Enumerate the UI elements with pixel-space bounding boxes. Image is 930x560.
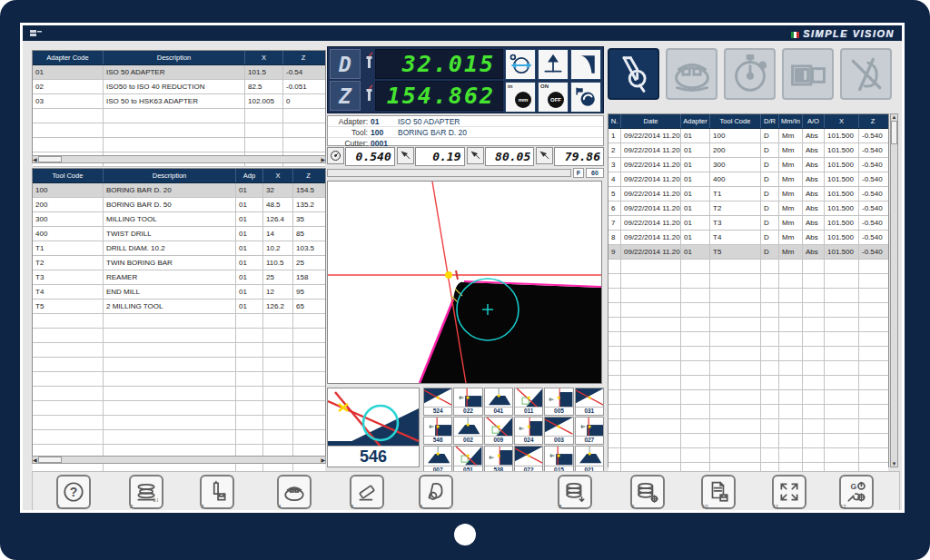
- measure-thumbnail[interactable]: 007: [423, 446, 452, 474]
- tool-row[interactable]: [33, 387, 325, 401]
- history-row[interactable]: [608, 361, 888, 376]
- reference-icon[interactable]: [538, 49, 569, 80]
- axis-label-z[interactable]: Z: [330, 81, 361, 111]
- rotate-icon[interactable]: [570, 82, 601, 113]
- measure-thumbnail[interactable]: 011: [514, 388, 543, 416]
- history-table-vscrollbar[interactable]: ▲▼: [890, 113, 898, 467]
- settings-button[interactable]: G12: [839, 475, 874, 509]
- measure-thumbnail[interactable]: 015: [544, 446, 573, 474]
- adapter-table-hscrollbar[interactable]: ◀▶: [32, 155, 326, 163]
- history-row[interactable]: 509/22/2014 11.2001T1DMmAbs101.500-0.540: [608, 187, 888, 201]
- tool-row[interactable]: 300MILLING TOOL01126.435: [33, 212, 325, 227]
- machine-button[interactable]: 4: [277, 475, 312, 509]
- scrollbar-thumb[interactable]: [38, 457, 62, 463]
- measure-thumbnail[interactable]: 041: [484, 388, 513, 416]
- measure-thumbnail[interactable]: 024: [514, 417, 543, 445]
- scrollbar-thumb[interactable]: [38, 156, 62, 162]
- adapter-row[interactable]: 01ISO 50 ADAPTER101.5-0.54: [33, 65, 325, 80]
- corner-arrow-icon-button[interactable]: [467, 147, 484, 164]
- measure-thumbnail[interactable]: 538: [484, 446, 513, 474]
- tool-row[interactable]: T4END MILL011295: [33, 285, 325, 300]
- measure-thumbnail[interactable]: 002: [453, 417, 482, 445]
- history-row[interactable]: [608, 419, 888, 434]
- tool-row[interactable]: [33, 314, 325, 329]
- db-gear-button[interactable]: 9: [630, 475, 665, 509]
- tool-row[interactable]: 200BORING BAR D. 500148.5135.2: [33, 198, 325, 212]
- indicator-mode-button[interactable]: [724, 48, 776, 100]
- feed-value[interactable]: 60: [586, 168, 604, 178]
- history-row[interactable]: [608, 347, 888, 361]
- adapter-row[interactable]: [33, 138, 325, 152]
- history-row[interactable]: 809/22/2014 11.2001T4DMmAbs101.500-0.540: [608, 231, 888, 245]
- measure-thumbnail[interactable]: 021: [575, 446, 604, 474]
- adapter-row[interactable]: [33, 109, 325, 123]
- history-row[interactable]: [608, 332, 888, 347]
- measure-thumbnail[interactable]: 524: [423, 388, 452, 416]
- history-row[interactable]: [608, 390, 888, 405]
- scroll-up-icon[interactable]: ▲: [892, 114, 897, 120]
- scroll-right-icon[interactable]: ▶: [321, 457, 325, 463]
- history-row[interactable]: [608, 303, 888, 318]
- tool-row[interactable]: T1DRILL DIAM. 10.20110.2103.5: [33, 241, 325, 256]
- expand-button[interactable]: 11: [772, 475, 806, 509]
- history-row[interactable]: [608, 260, 888, 274]
- gauge-icon-button[interactable]: [327, 147, 344, 164]
- diameter-icon[interactable]: [505, 49, 536, 80]
- history-row[interactable]: 309/22/2014 11.2001300DMmAbs101.500-0.54…: [608, 158, 888, 172]
- scales-button[interactable]: 0.02: [129, 475, 163, 509]
- corner-arrow-icon-button[interactable]: [397, 147, 414, 164]
- adapter-row[interactable]: [33, 123, 325, 138]
- history-row[interactable]: 709/22/2014 11.2001T3DMmAbs101.500-0.540: [608, 216, 888, 231]
- history-row[interactable]: 409/22/2014 11.2001400DMmAbs101.500-0.54…: [608, 172, 888, 187]
- tool-row[interactable]: 100BORING BAR D. 200132154.5: [33, 183, 325, 198]
- tool-row[interactable]: [33, 343, 325, 358]
- caliper-mode-button[interactable]: [608, 48, 659, 100]
- history-row[interactable]: 909/22/2014 11.2001T5DMmAbs101.500-0.540: [608, 245, 888, 260]
- history-row[interactable]: 609/22/2014 11.2001T2DMmAbs101.500-0.540: [608, 201, 888, 216]
- help-button[interactable]: ?1: [56, 475, 91, 509]
- tool-row[interactable]: T52 MILLING TOOL01126.265: [33, 300, 325, 314]
- doc-save-button[interactable]: 10: [701, 475, 736, 509]
- scrollbar-thumb[interactable]: [891, 121, 897, 144]
- measure-thumbnail[interactable]: 003: [544, 417, 573, 445]
- tool-row[interactable]: T2TWIN BORING BAR01110.525: [33, 256, 325, 270]
- history-row[interactable]: 209/22/2014 11.2001200DMmAbs101.500-0.54…: [608, 143, 888, 158]
- no-tool-mode-button[interactable]: [840, 48, 892, 100]
- feed-slider[interactable]: [327, 169, 571, 177]
- tool-row[interactable]: T3REAMER0125158: [33, 270, 325, 285]
- selected-measure-preview[interactable]: 546: [327, 388, 420, 467]
- history-row[interactable]: [608, 448, 888, 463]
- erase-button[interactable]: 5: [350, 475, 384, 509]
- history-row[interactable]: [608, 405, 888, 419]
- cnc-mode-button[interactable]: [782, 48, 834, 100]
- tool-table-hscrollbar[interactable]: ◀▶: [32, 456, 326, 464]
- history-row[interactable]: [608, 434, 888, 448]
- tool-row[interactable]: [33, 372, 325, 387]
- corner-arrow-icon-button[interactable]: [536, 147, 553, 164]
- on-off-toggle[interactable]: ONOFF: [538, 82, 569, 113]
- db-save-button[interactable]: 8: [558, 475, 592, 509]
- history-row[interactable]: [608, 376, 888, 390]
- tool-row[interactable]: 400TWIST DRILL011485: [33, 227, 325, 241]
- history-row[interactable]: 109/22/2014 11.2001100DMmAbs101.500-0.54…: [608, 129, 888, 143]
- measure-thumbnail[interactable]: 027: [575, 417, 604, 445]
- tool-row[interactable]: [33, 401, 325, 416]
- tool-save-button[interactable]: 3: [200, 475, 234, 509]
- power-button[interactable]: [454, 524, 476, 545]
- profile-icon[interactable]: [570, 49, 601, 80]
- measure-thumbnail[interactable]: 005: [544, 388, 573, 416]
- adapter-row[interactable]: 03ISO 50 to HSK63 ADAPTER102.0050: [33, 94, 325, 109]
- tool-row[interactable]: [33, 430, 325, 445]
- tool-ball-button[interactable]: 6: [419, 475, 453, 509]
- adapter-row[interactable]: 02ISO50 to ISO 40 REDUCTION82.5-0.051: [33, 80, 325, 94]
- history-row[interactable]: [608, 289, 888, 303]
- axis-label-d[interactable]: D: [330, 49, 361, 79]
- tool-row[interactable]: [33, 358, 325, 372]
- tool-row[interactable]: [33, 416, 325, 430]
- scroll-left-icon[interactable]: ◀: [33, 157, 37, 162]
- history-row[interactable]: [608, 274, 888, 289]
- tool-row[interactable]: [33, 329, 325, 343]
- scroll-left-icon[interactable]: ◀: [33, 457, 37, 463]
- scroll-down-icon[interactable]: ▼: [892, 461, 897, 467]
- measure-thumbnail[interactable]: 546: [423, 417, 452, 445]
